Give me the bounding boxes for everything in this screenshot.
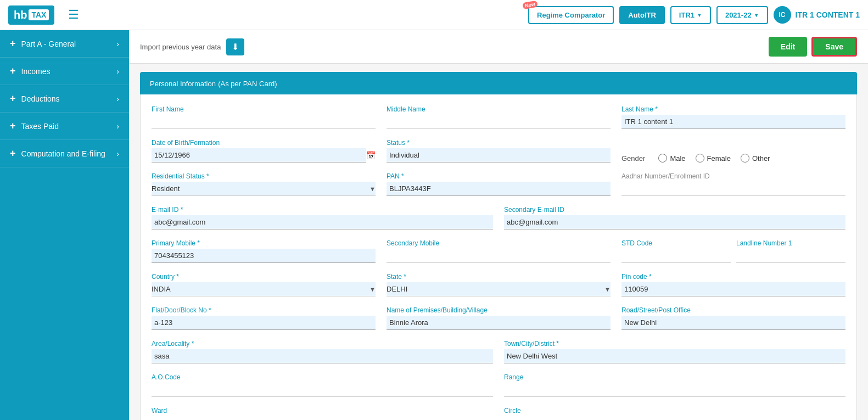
status-input[interactable] <box>387 148 611 163</box>
sidebar-arrow-icon: › <box>116 122 119 131</box>
flat-door-field: Flat/Door/Block No * <box>152 306 376 330</box>
town-city-label: Town/City/District * <box>504 340 845 348</box>
sidebar-plus-icon: + <box>10 148 16 159</box>
residential-status-select[interactable]: Resident <box>152 182 376 196</box>
country-select[interactable]: INDIA <box>152 282 376 296</box>
sidebar-item-taxes-paid[interactable]: + Taxes Paid › <box>0 113 129 140</box>
hamburger-icon[interactable]: ☰ <box>68 8 79 22</box>
last-name-label: Last Name * <box>621 105 845 113</box>
last-name-input[interactable] <box>621 115 845 129</box>
import-label: Import previous year data <box>140 43 221 51</box>
regime-comparator-button[interactable]: Regime Comparator <box>528 6 614 24</box>
sidebar-item-label: Taxes Paid <box>21 122 59 131</box>
form-row-country-state: Country * INDIA ▼ State * DELHI <box>152 273 845 296</box>
gender-other-option[interactable]: Other <box>741 154 770 163</box>
premises-name-label: Name of Premises/Building/Village <box>387 306 611 314</box>
year-dropdown-button[interactable]: 2021-22 ▼ <box>716 6 768 24</box>
gender-field: Gender Male Female Other <box>621 152 845 163</box>
avatar: IC <box>774 6 791 24</box>
gender-male-radio[interactable] <box>658 154 667 163</box>
pin-code-input[interactable] <box>621 282 845 296</box>
pan-field: PAN * <box>387 172 611 196</box>
edit-button[interactable]: Edit <box>769 37 807 57</box>
area-locality-label: Area/Locality * <box>152 340 493 348</box>
circle-input[interactable] <box>504 416 845 420</box>
form-row-dob-status: Date of Birth/Formation 📅 Status * Gende… <box>152 139 845 163</box>
calendar-icon[interactable]: 📅 <box>366 151 376 160</box>
form-row-locality: Area/Locality * Town/City/District * <box>152 340 845 363</box>
state-wrapper: DELHI ▼ <box>387 282 611 296</box>
flat-door-input[interactable] <box>152 316 376 330</box>
import-bar: Import previous year data ⬇ Edit Save <box>129 30 868 64</box>
sidebar-item-label: Part A - General <box>21 40 76 48</box>
country-field: Country * INDIA ▼ <box>152 273 376 296</box>
sidebar-plus-icon: + <box>10 93 16 104</box>
landline-input[interactable] <box>736 249 845 263</box>
residential-status-wrapper: Resident ▼ <box>152 182 376 196</box>
ward-input[interactable] <box>152 416 493 420</box>
pin-code-label: Pin code * <box>621 273 845 281</box>
sidebar-plus-icon: + <box>10 65 16 77</box>
area-locality-input[interactable] <box>152 349 493 363</box>
sidebar-item-label: Computation and E-filing <box>21 149 105 158</box>
state-select[interactable]: DELHI <box>387 282 611 296</box>
middle-name-label: Middle Name <box>387 105 611 113</box>
itr1-dropdown-button[interactable]: ITR1 ▼ <box>670 6 711 24</box>
premises-name-input[interactable] <box>387 316 611 330</box>
state-field: State * DELHI ▼ <box>387 273 611 296</box>
secondary-email-label: Secondary E-mail ID <box>504 206 845 214</box>
middle-name-field: Middle Name <box>387 105 611 129</box>
area-locality-field: Area/Locality * <box>152 340 493 363</box>
gender-other-radio[interactable] <box>741 154 749 163</box>
middle-name-input[interactable] <box>387 115 611 129</box>
circle-field: Circle <box>504 407 845 420</box>
std-code-label: STD Code <box>621 239 731 247</box>
road-street-label: Road/Street/Post Office <box>621 306 845 314</box>
pan-label: PAN * <box>387 172 611 180</box>
state-label: State * <box>387 273 611 281</box>
sidebar-item-computation-efiling[interactable]: + Computation and E-filing › <box>0 140 129 167</box>
sidebar-item-label: Incomes <box>21 67 51 76</box>
secondary-mobile-input[interactable] <box>387 249 611 263</box>
itr1-chevron-icon: ▼ <box>697 12 702 18</box>
aadhar-input[interactable] <box>621 182 845 196</box>
save-button[interactable]: Save <box>811 37 857 57</box>
sidebar-item-label: Deductions <box>21 94 60 103</box>
gender-male-option[interactable]: Male <box>658 154 685 163</box>
main-layout: + Part A - General › + Incomes › + Deduc… <box>0 30 868 420</box>
road-street-input[interactable] <box>621 316 845 330</box>
town-city-input[interactable] <box>504 349 845 363</box>
status-label: Status * <box>387 139 611 147</box>
sidebar-item-part-a-general[interactable]: + Part A - General › <box>0 30 129 58</box>
ward-label: Ward <box>152 407 493 415</box>
sidebar-item-incomes[interactable]: + Incomes › <box>0 58 129 85</box>
circle-label: Circle <box>504 407 845 415</box>
import-download-button[interactable]: ⬇ <box>226 38 244 55</box>
form-row-ao-range: A.O.Code Range <box>152 373 845 397</box>
secondary-email-input[interactable] <box>504 215 845 229</box>
email-field: E-mail ID * <box>152 206 493 229</box>
std-land-wrapper: STD Code Landline Number 1 <box>621 239 845 263</box>
gender-female-option[interactable]: Female <box>696 154 731 163</box>
secondary-email-field: Secondary E-mail ID <box>504 206 845 229</box>
std-code-input[interactable] <box>621 249 731 263</box>
first-name-input[interactable] <box>152 115 376 129</box>
dob-input[interactable] <box>152 148 366 163</box>
premises-name-field: Name of Premises/Building/Village <box>387 306 611 330</box>
sidebar-arrow-icon: › <box>116 149 119 158</box>
auto-itr-button[interactable]: AutoITR <box>619 6 665 24</box>
dob-wrapper: 📅 <box>152 148 376 163</box>
flat-door-label: Flat/Door/Block No * <box>152 306 376 314</box>
gender-female-radio[interactable] <box>696 154 704 163</box>
ao-code-input[interactable] <box>152 383 493 397</box>
primary-mobile-input[interactable] <box>152 249 376 263</box>
year-chevron-icon: ▼ <box>754 12 759 18</box>
sidebar-plus-icon: + <box>10 120 16 132</box>
pan-input[interactable] <box>387 182 611 196</box>
email-input[interactable] <box>152 215 493 229</box>
sidebar-item-deductions[interactable]: + Deductions › <box>0 85 129 113</box>
range-input[interactable] <box>504 383 845 397</box>
primary-mobile-label: Primary Mobile * <box>152 239 376 247</box>
secondary-mobile-field: Secondary Mobile <box>387 239 611 263</box>
pin-code-field: Pin code * <box>621 273 845 296</box>
